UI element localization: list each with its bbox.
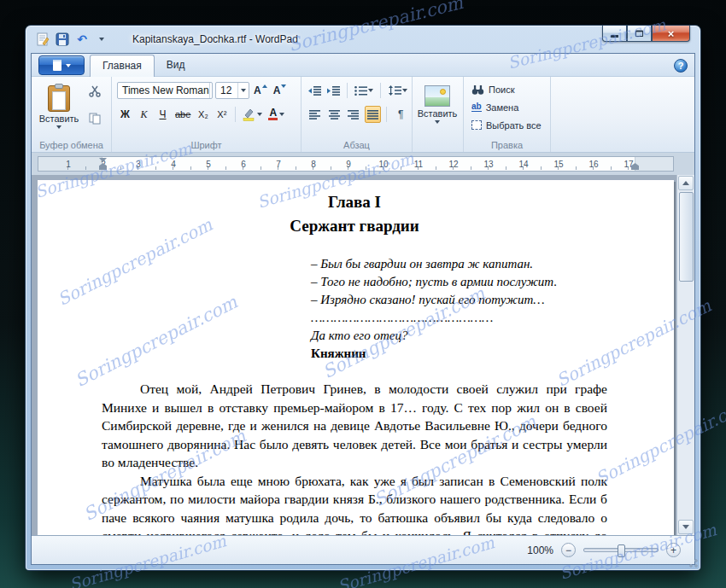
group-clipboard: Вставить Буфер обмена bbox=[32, 77, 112, 152]
highlight-color-button[interactable] bbox=[241, 106, 264, 123]
bulleted-list-icon bbox=[354, 86, 367, 96]
ruler-number: 8 bbox=[308, 160, 319, 169]
help-button[interactable]: ? bbox=[674, 59, 688, 73]
underline-button[interactable]: Ч bbox=[155, 106, 171, 123]
document-text: Глава I Сержант гвардии – Был бы гвардии… bbox=[102, 180, 607, 535]
cut-button[interactable] bbox=[85, 82, 105, 101]
window-title: Kapitanskaya_Dochka.rtf - WordPad bbox=[132, 33, 298, 45]
picture-icon bbox=[424, 85, 450, 107]
align-left-button[interactable] bbox=[307, 106, 324, 123]
copy-button[interactable] bbox=[85, 109, 105, 128]
paragraph-dialog-button[interactable]: ¶ bbox=[392, 106, 409, 123]
group-editing: Поиск ab Замена Выбрать все Правка bbox=[464, 77, 551, 152]
body-text: Отец мой, Андрей Петрович Гринев, в моло… bbox=[102, 380, 607, 535]
ruler-number: 1 bbox=[63, 160, 73, 169]
epigraph-line: – Того не надобно; пусть в армии послужи… bbox=[311, 273, 607, 291]
arrow-up-icon bbox=[262, 84, 267, 88]
justify-icon bbox=[367, 110, 378, 119]
align-center-button[interactable] bbox=[326, 106, 343, 123]
wordpad-app-icon[interactable] bbox=[34, 32, 51, 47]
scrollbar-thumb[interactable] bbox=[679, 192, 694, 282]
document-area: Глава I Сержант гвардии – Был бы гвардии… bbox=[32, 175, 694, 535]
ruler-number: 15 bbox=[553, 160, 564, 169]
bold-button[interactable]: Ж bbox=[117, 106, 133, 123]
document-page[interactable]: Глава I Сержант гвардии – Был бы гвардии… bbox=[38, 180, 674, 535]
chevron-down-icon bbox=[99, 38, 104, 41]
group-insert: Вставить bbox=[413, 77, 464, 152]
chevron-down-icon bbox=[279, 113, 284, 116]
ribbon: Вставить Буфер обмена bbox=[32, 77, 694, 153]
chapter-heading: Глава I bbox=[102, 191, 607, 213]
zoom-controls: 100% − + bbox=[527, 536, 681, 564]
paste-button[interactable]: Вставить bbox=[37, 80, 81, 130]
subscript-button[interactable]: X₂ bbox=[195, 106, 211, 123]
find-label: Поиск bbox=[489, 84, 514, 95]
chevron-down-icon bbox=[56, 125, 61, 129]
window-controls: × bbox=[602, 26, 690, 42]
shrink-font-button[interactable]: А bbox=[272, 82, 289, 99]
tab-home[interactable]: Главная bbox=[90, 55, 155, 77]
chevron-down-icon bbox=[66, 64, 71, 67]
document-icon bbox=[53, 60, 61, 71]
ruler-number: 16 bbox=[588, 160, 599, 169]
find-button[interactable]: Поиск bbox=[469, 81, 548, 97]
chevron-down-icon bbox=[402, 89, 407, 92]
increase-indent-icon bbox=[327, 86, 340, 96]
zoom-slider[interactable] bbox=[583, 548, 659, 552]
clipboard-small-buttons bbox=[85, 82, 105, 128]
resize-grip[interactable] bbox=[688, 558, 699, 568]
font-color-button[interactable]: А bbox=[266, 106, 286, 123]
align-left-icon bbox=[309, 110, 320, 119]
vertical-scrollbar[interactable] bbox=[676, 175, 694, 535]
zoom-level: 100% bbox=[527, 544, 553, 556]
ruler-number: 6 bbox=[238, 160, 249, 169]
undo-button[interactable]: ↶ bbox=[73, 32, 91, 47]
replace-button[interactable]: ab Замена bbox=[469, 99, 548, 115]
group-label-editing: Правка bbox=[464, 140, 550, 150]
select-all-button[interactable]: Выбрать все bbox=[469, 117, 548, 133]
scroll-down-button[interactable] bbox=[678, 520, 694, 534]
font-family-combo[interactable]: Times New Roman bbox=[117, 82, 213, 99]
line-spacing-button[interactable] bbox=[386, 82, 409, 99]
decrease-indent-button[interactable] bbox=[307, 82, 323, 99]
chapter-subheading: Сержант гвардии bbox=[102, 215, 607, 237]
chevron-down-icon bbox=[368, 89, 373, 92]
insert-button[interactable]: Вставить bbox=[415, 80, 460, 125]
ruler-number: 14 bbox=[518, 160, 529, 169]
application-menu-button[interactable] bbox=[38, 55, 85, 75]
close-button[interactable]: × bbox=[652, 26, 690, 42]
tab-view[interactable]: Вид bbox=[155, 55, 197, 76]
window-client-area: Главная Вид ? Вставить bbox=[31, 53, 695, 565]
zoom-slider-thumb[interactable] bbox=[618, 544, 625, 557]
minimize-button[interactable] bbox=[602, 26, 627, 42]
zoom-in-button[interactable]: + bbox=[666, 543, 681, 557]
decrease-indent-icon bbox=[308, 86, 321, 96]
strikethrough-button[interactable]: abe bbox=[173, 106, 192, 123]
superscript-button[interactable]: X² bbox=[214, 106, 230, 123]
group-label-font: Шрифт bbox=[112, 140, 301, 150]
group-label-paragraph: Абзац bbox=[302, 140, 412, 150]
save-button[interactable] bbox=[54, 32, 71, 47]
increase-indent-button[interactable] bbox=[325, 82, 342, 99]
grow-font-button[interactable]: А bbox=[252, 82, 269, 99]
align-right-icon bbox=[348, 110, 359, 119]
minimize-icon bbox=[611, 35, 618, 38]
italic-button[interactable]: К bbox=[136, 106, 152, 123]
arrow-down-icon bbox=[281, 84, 286, 88]
epigraph-line: ………………………………………… bbox=[311, 309, 607, 327]
line-spacing-icon bbox=[389, 85, 401, 96]
font-family-value: Times New Roman bbox=[122, 84, 209, 96]
zoom-out-button[interactable]: − bbox=[561, 543, 576, 557]
list-button[interactable] bbox=[353, 82, 376, 99]
titlebar[interactable]: ↶ Kapitanskaya_Dochka.rtf - WordPad × bbox=[26, 26, 700, 53]
scroll-up-button[interactable] bbox=[678, 176, 694, 190]
select-all-label: Выбрать все bbox=[486, 120, 542, 131]
font-size-combo[interactable]: 12 bbox=[215, 82, 249, 99]
group-label-clipboard: Буфер обмена bbox=[32, 140, 111, 150]
qat-customize-dropdown[interactable] bbox=[93, 32, 110, 47]
ruler-number: 4 bbox=[168, 160, 179, 169]
epigraph-line: – Был бы гвардии он завтра ж капитан. bbox=[311, 255, 607, 273]
align-right-button[interactable] bbox=[345, 106, 362, 123]
maximize-button[interactable] bbox=[627, 26, 652, 42]
justify-button[interactable] bbox=[365, 106, 382, 123]
